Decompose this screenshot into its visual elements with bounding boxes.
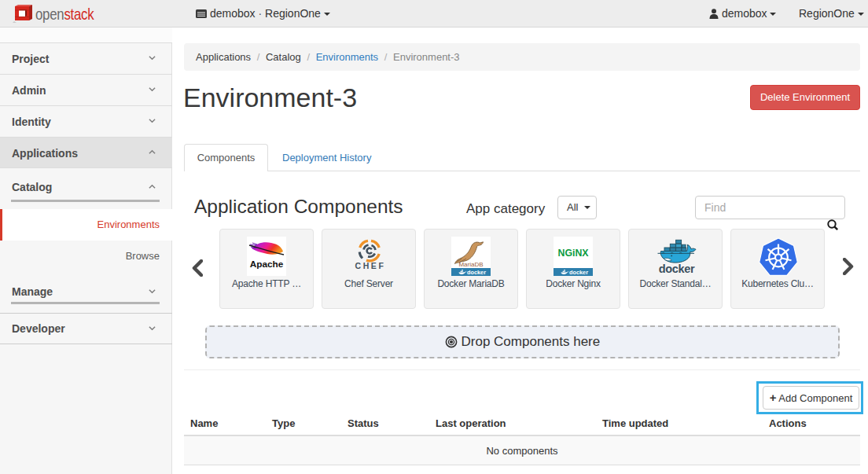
svg-text:MariaDB: MariaDB: [458, 261, 483, 268]
svg-text:docker: docker: [659, 263, 695, 275]
svg-text:docker: docker: [467, 269, 486, 276]
svg-text:docker: docker: [569, 269, 588, 276]
svg-text:Apache: Apache: [250, 259, 284, 270]
svg-text:NGiNX: NGiNX: [558, 248, 590, 259]
svg-text:CHEF: CHEF: [355, 261, 386, 270]
